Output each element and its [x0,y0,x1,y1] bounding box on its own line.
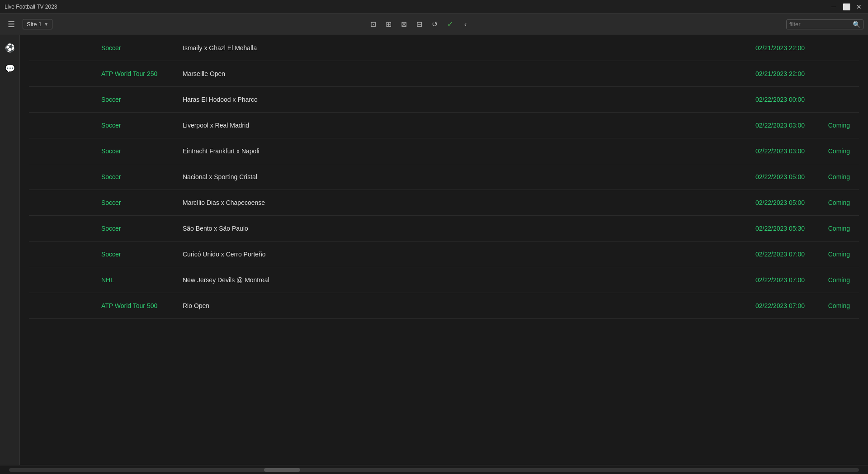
filter-wrapper: 🔍 [786,19,863,29]
event-category: Soccer [101,199,174,206]
toolbar-icon-4[interactable]: ⊟ [413,18,426,31]
event-datetime: 02/22/2023 07:00 [723,251,805,258]
chevron-down-icon: ▼ [44,22,48,27]
event-status: Coming [814,147,850,155]
event-name: Haras El Hodood x Pharco [183,96,714,103]
site-dropdown[interactable]: Site 1 ▼ [23,19,52,29]
event-row[interactable]: SoccerHaras El Hodood x Pharco02/22/2023… [29,87,859,113]
toolbar-icon-1[interactable]: ⊡ [367,18,380,31]
sidebar-chat-icon[interactable]: 💬 [2,61,18,77]
event-name: Nacional x Sporting Cristal [183,173,714,180]
title-bar-controls: ─ ⬜ ✕ [829,2,863,11]
event-datetime: 02/22/2023 03:00 [723,122,805,129]
event-category: Soccer [101,251,174,258]
event-row[interactable]: SoccerIsmaily x Ghazl El Mehalla02/21/20… [29,35,859,61]
app-title: Live Football TV 2023 [5,4,57,10]
minimize-button[interactable]: ─ [829,2,838,11]
event-name: Marcílio Dias x Chapecoense [183,199,714,206]
close-button[interactable]: ✕ [854,2,863,11]
event-category: Soccer [101,122,174,129]
event-row[interactable]: SoccerCuricó Unido x Cerro Porteño02/22/… [29,242,859,267]
event-status: Coming [814,199,850,206]
event-datetime: 02/22/2023 07:00 [723,276,805,284]
toolbar-icon-7[interactable]: ‹ [459,18,472,31]
event-datetime: 02/22/2023 05:30 [723,225,805,232]
event-category: Soccer [101,225,174,232]
event-name: São Bento x São Paulo [183,225,714,232]
main-area: ⚽ 💬 SoccerIsmaily x Ghazl El Mehalla02/2… [0,35,868,465]
event-category: Soccer [101,44,174,52]
toolbar-icon-5[interactable]: ↺ [429,18,441,31]
toolbar-icons: ⊡ ⊞ ⊠ ⊟ ↺ ✓ ‹ [57,18,782,31]
event-status: Coming [814,225,850,232]
event-category: Soccer [101,173,174,180]
site-label: Site 1 [27,21,42,28]
event-status: Coming [814,302,850,309]
event-name: Curicó Unido x Cerro Porteño [183,251,714,258]
event-datetime: 02/21/2023 22:00 [723,70,805,77]
event-name: New Jersey Devils @ Montreal [183,276,714,284]
event-datetime: 02/22/2023 07:00 [723,302,805,309]
event-status: Coming [814,122,850,129]
event-name: Marseille Open [183,70,714,77]
toolbar-icon-3[interactable]: ⊠ [398,18,410,31]
title-bar: Live Football TV 2023 ─ ⬜ ✕ [0,0,868,14]
event-category: NHL [101,276,174,284]
event-row[interactable]: NHLNew Jersey Devils @ Montreal02/22/202… [29,267,859,293]
event-status: Coming [814,173,850,180]
event-row[interactable]: SoccerMarcílio Dias x Chapecoense02/22/2… [29,190,859,216]
event-category: ATP World Tour 250 [101,70,174,77]
maximize-button[interactable]: ⬜ [842,2,851,11]
event-name: Rio Open [183,302,714,309]
event-row[interactable]: SoccerEintracht Frankfurt x Napoli02/22/… [29,138,859,164]
sidebar-sports-icon[interactable]: ⚽ [2,40,18,56]
event-datetime: 02/22/2023 03:00 [723,147,805,155]
bottom-bar [0,465,868,474]
event-status: Coming [814,276,850,284]
event-category: ATP World Tour 500 [101,302,174,309]
event-row[interactable]: ATP World Tour 500Rio Open02/22/2023 07:… [29,293,859,319]
event-datetime: 02/22/2023 00:00 [723,96,805,103]
event-status: Coming [814,251,850,258]
event-name: Ismaily x Ghazl El Mehalla [183,44,714,52]
event-row[interactable]: ATP World Tour 250Marseille Open02/21/20… [29,61,859,87]
event-category: Soccer [101,147,174,155]
event-category: Soccer [101,96,174,103]
toolbar-icon-2[interactable]: ⊞ [382,18,395,31]
scroll-track[interactable] [9,468,859,472]
content-area: SoccerIsmaily x Ghazl El Mehalla02/21/20… [20,35,868,465]
event-name: Liverpool x Real Madrid [183,122,714,129]
filter-input[interactable] [789,21,853,28]
event-row[interactable]: SoccerLiverpool x Real Madrid02/22/2023 … [29,113,859,138]
toolbar: ☰ Site 1 ▼ ⊡ ⊞ ⊠ ⊟ ↺ ✓ ‹ 🔍 [0,14,868,35]
event-datetime: 02/21/2023 22:00 [723,44,805,52]
scroll-thumb[interactable] [264,468,300,472]
sidebar: ⚽ 💬 [0,35,20,465]
event-name: Eintracht Frankfurt x Napoli [183,147,714,155]
toolbar-icon-6[interactable]: ✓ [444,18,457,31]
event-row[interactable]: SoccerNacional x Sporting Cristal02/22/2… [29,164,859,190]
event-datetime: 02/22/2023 05:00 [723,199,805,206]
menu-button[interactable]: ☰ [5,18,18,31]
filter-search-button[interactable]: 🔍 [853,21,860,28]
event-row[interactable]: SoccerSão Bento x São Paulo02/22/2023 05… [29,216,859,242]
event-datetime: 02/22/2023 05:00 [723,173,805,180]
